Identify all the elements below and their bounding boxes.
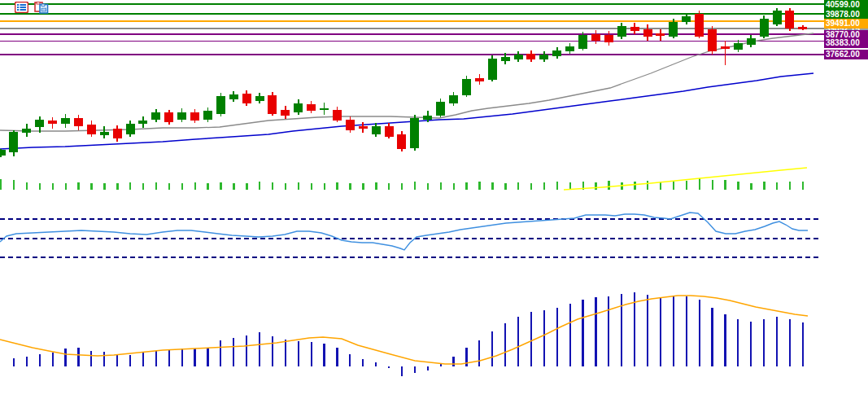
price-label-40599: 40599.00 (824, 0, 868, 10)
chart-toolbar (15, 2, 48, 13)
price-label-39491: 39491.00 (824, 19, 868, 28)
trading-chart-window: 40599.00 39878.00 39052.15 39491.00 3877… (0, 0, 868, 399)
chart-page-icon[interactable] (34, 2, 48, 13)
chart-canvas (0, 0, 868, 399)
quote-table-icon[interactable] (15, 2, 28, 13)
price-label-37662: 37662.00 (824, 50, 868, 59)
price-label-38383: 38383.00 (824, 38, 868, 48)
